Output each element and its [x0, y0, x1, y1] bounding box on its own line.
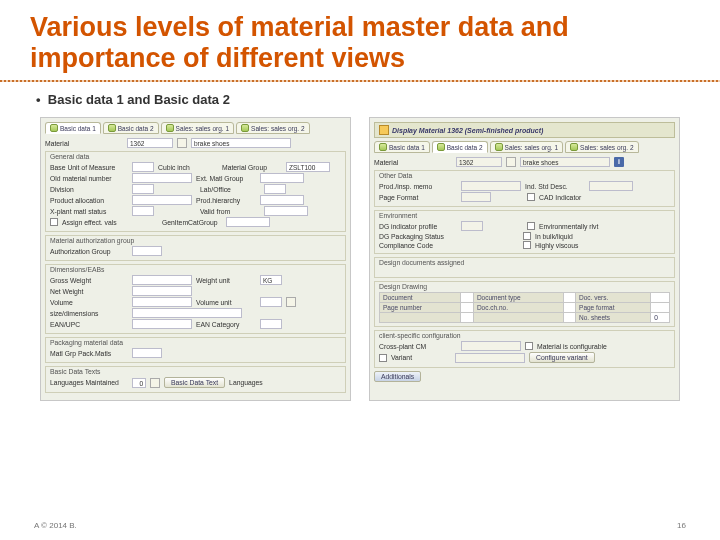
bulk-checkbox	[523, 232, 531, 240]
tab-sales-org-1[interactable]: Sales: sales org. 1	[490, 141, 563, 153]
genitem-input[interactable]	[226, 217, 270, 227]
prodalloc-input[interactable]	[132, 195, 192, 205]
visc-checkbox	[523, 241, 531, 249]
vunit-input[interactable]	[260, 297, 282, 307]
net-label: Net Weight	[50, 288, 128, 295]
prodhier-input[interactable]	[260, 195, 304, 205]
tab-sales-org-2[interactable]: Sales: sales org. 2	[565, 141, 638, 153]
tab-basic-data-1[interactable]: Basic data 1	[45, 122, 101, 134]
gross-input[interactable]	[132, 275, 192, 285]
extmat-input[interactable]	[260, 173, 304, 183]
dgpack-label: DG Packaging Status	[379, 233, 457, 240]
search-help-icon[interactable]	[506, 157, 516, 167]
section-title: Design Drawing	[379, 283, 670, 290]
section-title: General data	[50, 153, 341, 160]
uom-label: Base Unit of Measure	[50, 164, 128, 171]
vol-label: Volume	[50, 299, 128, 306]
material-input: 1362	[456, 157, 502, 167]
th-doctype: Document type	[473, 293, 563, 303]
section-title: Environment	[379, 212, 670, 219]
assign-label: Assign effect. vals	[62, 219, 132, 226]
td-document	[461, 293, 473, 303]
size-label: size/dimensions	[50, 310, 128, 317]
tab-basic-data-2[interactable]: Basic data 2	[103, 122, 159, 134]
division-input[interactable]	[132, 184, 154, 194]
basic-data-text-button[interactable]: Basic Data Text	[164, 377, 225, 388]
dgind-input	[461, 221, 483, 231]
lang-input[interactable]: 0	[132, 378, 146, 388]
assign-checkbox[interactable]	[50, 218, 58, 226]
tab-bar-left: Basic data 1 Basic data 2 Sales: sales o…	[45, 122, 346, 134]
variant-checkbox	[379, 354, 387, 362]
lang-label: Languages Maintained	[50, 379, 128, 386]
tab-sales-org-1[interactable]: Sales: sales org. 1	[161, 122, 234, 134]
tab-sales-org-2[interactable]: Sales: sales org. 2	[236, 122, 309, 134]
tab-icon	[108, 124, 116, 132]
material-label: Material	[45, 140, 123, 147]
additionals-button[interactable]: Additionals	[374, 371, 421, 382]
tab-icon	[570, 143, 578, 151]
vunit-label: Volume unit	[196, 299, 256, 306]
configure-variant-button[interactable]: Configure variant	[529, 352, 595, 363]
ean-label: EAN/UPC	[50, 321, 128, 328]
lab-input[interactable]	[264, 184, 286, 194]
bulk-label: In bulk/liquid	[535, 233, 605, 240]
authgrp-input[interactable]	[132, 246, 162, 256]
material-desc-input[interactable]: brake shoes	[191, 138, 291, 148]
stor2-label: Ind. Std Desc.	[525, 183, 585, 190]
td-docch	[563, 303, 575, 313]
lang2-label: Languages	[229, 379, 289, 386]
wunit-label: Weight unit	[196, 277, 256, 284]
eancat-label: EAN Category	[196, 321, 256, 328]
section-title: Packaging material data	[50, 339, 341, 346]
ean-input[interactable]	[132, 319, 192, 329]
matconf-checkbox	[525, 342, 533, 350]
variant-label: Variant	[391, 354, 451, 361]
section-design-drawing: Design Drawing Document Document type Do…	[374, 281, 675, 327]
section-title: client-specific configuration	[379, 332, 670, 339]
section-other-data: Other Data Prod./insp. memoInd. Std Desc…	[374, 170, 675, 207]
page-input	[461, 192, 491, 202]
size-input[interactable]	[132, 308, 242, 318]
th-pagenum: Page number	[380, 303, 461, 313]
search-help-icon[interactable]	[286, 297, 296, 307]
matgrp2-input[interactable]	[132, 348, 162, 358]
info-icon[interactable]: i	[614, 157, 624, 167]
matgrp-input[interactable]: ZSLT100	[286, 162, 330, 172]
panel-basic-data-1: Basic data 1 Basic data 2 Sales: sales o…	[40, 117, 351, 401]
uom-input[interactable]	[132, 162, 154, 172]
gross-label: Gross Weight	[50, 277, 128, 284]
crossplant-label: Cross-plant CM	[379, 343, 457, 350]
cad-label: CAD Indicator	[539, 194, 599, 201]
window-title-right: Display Material 1362 (Semi-finished pro…	[374, 122, 675, 138]
tab-basic-data-2[interactable]: Basic data 2	[432, 141, 488, 153]
matgrp2-label: Matl Grp Pack.Matls	[50, 350, 128, 357]
footer-page-number: 16	[677, 521, 686, 530]
prodhier-label: Prod.hierarchy	[196, 197, 256, 204]
stor-label: Prod./insp. memo	[379, 183, 457, 190]
th-docver: Doc. vers.	[576, 293, 651, 303]
search-help-icon[interactable]	[177, 138, 187, 148]
oldmat-input[interactable]	[132, 173, 192, 183]
wunit-input[interactable]: KG	[260, 275, 282, 285]
valid-input[interactable]	[264, 206, 308, 216]
eancat-input[interactable]	[260, 319, 282, 329]
tab-icon	[495, 143, 503, 151]
xplant-input[interactable]	[132, 206, 154, 216]
section-title: Basic Data Texts	[50, 368, 341, 375]
tab-basic-data-1[interactable]: Basic data 1	[374, 141, 430, 153]
genitem-label: GenItemCatGroup	[162, 219, 222, 226]
prodalloc-label: Product allocation	[50, 197, 128, 204]
material-input[interactable]: 1362	[127, 138, 173, 148]
panel-basic-data-2: Display Material 1362 (Semi-finished pro…	[369, 117, 680, 401]
valid-label: Valid from	[200, 208, 260, 215]
net-input[interactable]	[132, 286, 192, 296]
compl-label: Compliance Code	[379, 242, 457, 249]
tab-icon	[241, 124, 249, 132]
envrel-label: Environmentally rlvt	[539, 223, 609, 230]
stor2-input	[589, 181, 633, 191]
vol-input[interactable]	[132, 297, 192, 307]
th-document: Document	[380, 293, 461, 303]
divider	[0, 80, 720, 82]
text-icon[interactable]	[150, 378, 160, 388]
